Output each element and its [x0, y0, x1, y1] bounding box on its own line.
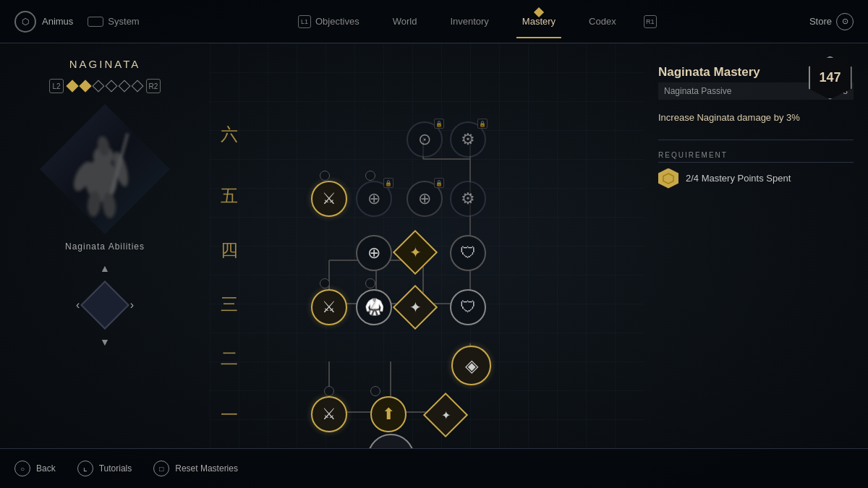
skill-node-r3c4[interactable]: 🛡	[450, 289, 486, 325]
node-icon-r5c1: ⚔	[322, 189, 336, 208]
arrow-up-icon[interactable]: ▲	[100, 262, 110, 274]
skill-node-r1c1[interactable]: ⚔	[311, 396, 347, 432]
animus-label: Animus	[42, 16, 73, 27]
node-icon-r4c2: ⊕	[367, 244, 380, 262]
node-icon-r2c4: ◈	[465, 356, 478, 376]
skill-node-r3c2[interactable]: 🥋	[356, 289, 392, 325]
back-icon: ○	[14, 461, 30, 476]
dot-6	[132, 80, 144, 93]
nav-item-mastery[interactable]: Mastery	[516, 13, 561, 30]
store-button[interactable]: Store ⊙	[809, 13, 854, 30]
skill-node-r4c4[interactable]: 🛡	[450, 235, 486, 271]
nav-center: L1 Objectives World Inventory Mastery Co…	[140, 12, 809, 31]
lock-icon-r6c4: 🔒	[477, 119, 488, 129]
system-label: System	[108, 16, 139, 27]
node-icon-r6c4: ⚙	[461, 130, 475, 149]
skill-subtitle: Naginata Passive	[664, 86, 731, 96]
row-1-label: 一	[221, 403, 238, 427]
req-hex-icon	[658, 168, 678, 189]
lock-icon-r6c3: 🔒	[434, 119, 444, 129]
row-2-label: 二	[221, 347, 238, 370]
small-node-r3b	[365, 278, 375, 288]
skill-desc-text: Increase Naginata damage by	[658, 112, 786, 123]
l1-badge: L1	[298, 15, 311, 28]
nav-item-codex[interactable]: Codex	[583, 13, 622, 30]
row-3-label: 三	[221, 293, 238, 316]
objectives-label: Objectives	[315, 16, 359, 27]
small-node-r5a	[320, 171, 330, 181]
svg-rect-5	[110, 133, 129, 197]
skill-pct: 3%	[786, 112, 800, 123]
reset-button[interactable]: □ Reset Masteries	[153, 461, 238, 476]
arrow-left-icon[interactable]: ‹	[76, 299, 80, 312]
skill-node-root[interactable]: 習得	[367, 434, 414, 448]
skill-node-r4c2[interactable]: ⊕	[356, 235, 392, 271]
row-5-label: 五	[221, 184, 238, 207]
small-node-r1a	[324, 386, 334, 396]
skill-node-r5c1[interactable]: ⚔	[311, 181, 347, 217]
hex-badge: 147	[809, 56, 852, 100]
node-icon-r3c4: 🛡	[460, 298, 476, 317]
back-button[interactable]: ○ Back	[14, 461, 56, 476]
node-icon-r3c2: 🥋	[365, 298, 384, 317]
small-node-r3a	[320, 278, 330, 288]
skill-node-r1c2[interactable]: ⬆	[370, 396, 407, 432]
codex-label: Codex	[589, 16, 616, 27]
dot-3	[93, 80, 105, 93]
mastery-dots: L2 R2	[49, 79, 161, 93]
svg-marker-8	[663, 174, 673, 184]
dot-4	[106, 80, 118, 93]
nav-system[interactable]: System	[88, 16, 139, 27]
node-icon-r1c1: ⚔	[322, 405, 336, 424]
row-6-label: 六	[221, 123, 238, 146]
node-icon-r5c3: ⊕	[367, 189, 380, 208]
nav-left: ⬡ Animus System	[14, 11, 140, 33]
arrow-right-icon[interactable]: ›	[130, 299, 134, 312]
skill-node-r6c3[interactable]: ⊙ 🔒	[407, 121, 443, 158]
node-icon-r1c3: ✦	[441, 408, 451, 422]
mastery-label: Mastery	[522, 16, 556, 27]
reset-label: Reset Masteries	[175, 463, 238, 474]
skill-node-r5c3[interactable]: ⊕ 🔒	[356, 181, 392, 217]
warrior-silhouette	[54, 119, 156, 220]
node-icon-r3c1: ⚔	[322, 298, 336, 317]
store-icon: ⊙	[836, 13, 854, 30]
nav-item-world[interactable]: World	[387, 13, 423, 30]
skill-node-r4c3[interactable]: ✦	[393, 230, 438, 275]
nav-item-objectives[interactable]: L1 Objectives	[292, 12, 365, 31]
left-panel: NAGINATA L2 R2	[0, 43, 210, 448]
right-panel: 147 Naginata Mastery Naginata Passive 0/…	[644, 43, 868, 448]
nav-item-inventory[interactable]: Inventory	[444, 13, 494, 30]
tutorials-icon: ʟ	[77, 461, 93, 476]
tutorials-button[interactable]: ʟ Tutorials	[77, 461, 132, 476]
skill-tree-inner: 六 五 四 三 二 一 習得 ⚔ ⬆ ✦ ◈ ⚔	[210, 43, 644, 448]
req-text: 2/4 Mastery Points Spent	[686, 173, 791, 184]
skill-node-r6c4[interactable]: ⚙ 🔒	[450, 121, 486, 158]
node-icon-r5c5: ⚙	[461, 189, 475, 208]
node-icon-r4c4: 🛡	[460, 244, 476, 262]
skill-node-r3c1[interactable]: ⚔	[311, 289, 347, 325]
r2-badge: R2	[146, 79, 161, 93]
node-icon-r3c3: ✦	[409, 299, 422, 316]
dot-1	[67, 80, 79, 93]
weapon-title: NAGINATA	[69, 58, 140, 70]
arrow-down-icon[interactable]: ▼	[100, 336, 110, 348]
skill-description: Increase Naginata damage by 3%	[658, 111, 854, 125]
store-label: Store	[809, 16, 832, 27]
l2-badge: L2	[49, 79, 64, 93]
bottom-bar: ○ Back ʟ Tutorials □ Reset Masteries	[0, 448, 868, 488]
back-label: Back	[36, 463, 56, 474]
nav-brand[interactable]: ⬡ Animus	[14, 11, 73, 33]
weapon-abilities-label: Naginata Abilities	[65, 241, 145, 252]
node-icon-r1c2: ⬆	[382, 405, 395, 424]
weapon-image	[40, 104, 170, 234]
node-icon-r6c3: ⊙	[418, 130, 431, 149]
small-node-r5b	[365, 171, 375, 181]
row-4-label: 四	[221, 239, 238, 262]
weapon-silhouette-container	[40, 104, 170, 234]
skill-node-r3c3[interactable]: ✦	[393, 285, 438, 330]
skill-node-r5c4[interactable]: ⊕ 🔒	[407, 181, 443, 217]
skill-node-r1c3[interactable]: ✦	[423, 393, 468, 437]
skill-node-r5c5[interactable]: ⚙	[450, 181, 486, 217]
skill-node-r2c4[interactable]: ◈	[451, 346, 491, 385]
